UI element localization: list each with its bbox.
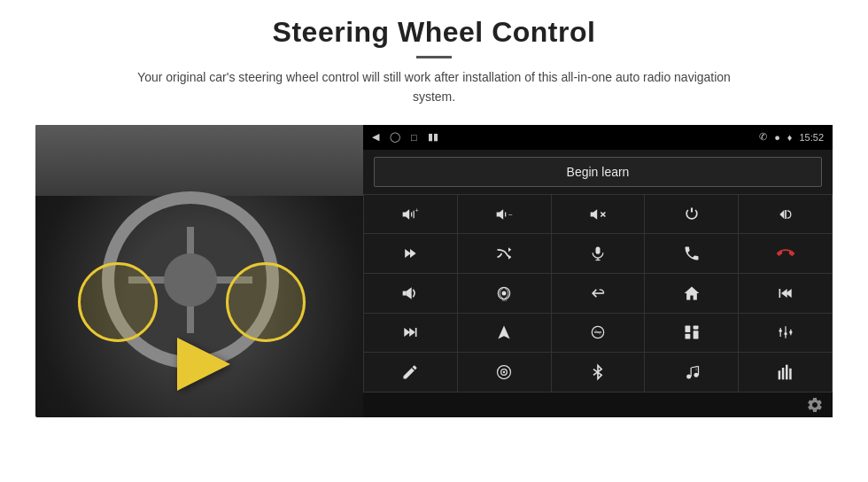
eq-button[interactable] bbox=[552, 314, 645, 353]
android-panel: ◀ ◯ □ ▮▮ ✆ ● ♦ 15:52 Begin learn bbox=[363, 125, 833, 417]
square-icon[interactable]: □ bbox=[411, 132, 417, 143]
status-bar-left: ◀ ◯ □ ▮▮ bbox=[372, 131, 438, 143]
svg-rect-35 bbox=[685, 326, 690, 333]
svg-rect-27 bbox=[779, 289, 780, 298]
vol-down-button[interactable]: − bbox=[458, 195, 551, 234]
svg-point-47 bbox=[503, 371, 506, 374]
svg-text:360°: 360° bbox=[502, 299, 509, 302]
horn-button[interactable] bbox=[364, 274, 457, 313]
wifi-icon: ♦ bbox=[787, 132, 793, 143]
svg-marker-20 bbox=[407, 287, 412, 299]
svg-marker-29 bbox=[410, 328, 416, 337]
svg-point-44 bbox=[789, 331, 792, 334]
svg-rect-11 bbox=[785, 210, 787, 219]
camera-360-button[interactable]: 360° bbox=[458, 274, 551, 313]
svg-marker-14 bbox=[508, 255, 511, 260]
svg-rect-36 bbox=[685, 334, 690, 339]
status-bar-right: ✆ ● ♦ 15:52 bbox=[759, 131, 824, 143]
begin-learn-area: Begin learn bbox=[363, 150, 833, 194]
location-icon: ● bbox=[774, 132, 780, 143]
back-button[interactable] bbox=[552, 274, 645, 313]
content-area: ◀ ◯ □ ▮▮ ✆ ● ♦ 15:52 Begin learn bbox=[35, 125, 833, 417]
highlight-circle-left bbox=[78, 262, 158, 342]
svg-point-22 bbox=[502, 291, 507, 295]
svg-point-49 bbox=[694, 373, 698, 377]
svg-point-42 bbox=[779, 330, 781, 332]
svg-rect-19 bbox=[403, 291, 407, 295]
home-pill-icon[interactable]: ◯ bbox=[390, 131, 400, 143]
steering-bg bbox=[35, 125, 363, 417]
svg-text:+: + bbox=[415, 207, 419, 214]
svg-rect-16 bbox=[595, 247, 600, 254]
navigate-button[interactable] bbox=[458, 314, 551, 353]
phone-button[interactable] bbox=[645, 234, 738, 273]
svg-marker-12 bbox=[406, 249, 412, 258]
svg-marker-13 bbox=[410, 249, 416, 258]
power-button[interactable] bbox=[645, 195, 738, 234]
arrow-shape bbox=[177, 338, 230, 391]
shuffle-button[interactable] bbox=[458, 234, 551, 273]
svg-rect-37 bbox=[693, 326, 698, 330]
hang-up-button[interactable] bbox=[739, 234, 832, 273]
music-button[interactable]: ♫ bbox=[645, 353, 738, 392]
title-divider bbox=[416, 56, 452, 58]
back-arrow-icon[interactable]: ◀ bbox=[372, 131, 379, 143]
svg-marker-10 bbox=[779, 210, 784, 219]
gear-icon[interactable] bbox=[806, 396, 824, 414]
home-button[interactable] bbox=[645, 274, 738, 313]
svg-text:♫: ♫ bbox=[694, 366, 697, 370]
prev-tel-button[interactable] bbox=[739, 195, 832, 234]
svg-marker-15 bbox=[508, 248, 511, 253]
svg-text:−: − bbox=[508, 209, 513, 218]
highlight-circle-right bbox=[226, 262, 306, 342]
vol-up-button[interactable]: + bbox=[364, 195, 457, 234]
dashboard-bg bbox=[35, 125, 363, 196]
svg-marker-4 bbox=[497, 209, 504, 220]
record-button[interactable] bbox=[645, 314, 738, 353]
steering-wheel-center bbox=[164, 253, 217, 307]
prev-chapter-button[interactable] bbox=[739, 274, 832, 313]
svg-marker-24 bbox=[684, 286, 699, 299]
subtitle-text: Your original car's steering wheel contr… bbox=[115, 67, 753, 107]
begin-learn-button[interactable]: Begin learn bbox=[374, 157, 822, 187]
svg-rect-56 bbox=[786, 365, 788, 380]
svg-point-48 bbox=[686, 374, 691, 378]
equalizer-bars-button[interactable] bbox=[739, 353, 832, 392]
audio-settings-button[interactable] bbox=[739, 314, 832, 353]
svg-marker-28 bbox=[405, 328, 411, 337]
svg-rect-55 bbox=[781, 368, 784, 379]
controls-grid: + − bbox=[363, 194, 833, 393]
bluetooth-button[interactable] bbox=[552, 353, 645, 392]
title-section: Steering Wheel Control Your original car… bbox=[115, 16, 753, 107]
phone-status-icon: ✆ bbox=[759, 131, 767, 143]
fast-fwd-button[interactable] bbox=[364, 314, 457, 353]
svg-rect-57 bbox=[789, 369, 792, 380]
svg-rect-38 bbox=[693, 331, 698, 339]
time-display: 15:52 bbox=[799, 132, 824, 143]
page-wrapper: Steering Wheel Control Your original car… bbox=[0, 0, 868, 482]
svg-marker-0 bbox=[403, 209, 410, 220]
svg-marker-31 bbox=[499, 326, 510, 339]
svg-marker-7 bbox=[591, 209, 598, 220]
mute-button[interactable] bbox=[552, 195, 645, 234]
microphone-button[interactable] bbox=[552, 234, 645, 273]
edit-button[interactable] bbox=[364, 353, 457, 392]
steering-wheel-image bbox=[35, 125, 363, 417]
page-title: Steering Wheel Control bbox=[115, 16, 753, 49]
arrow-indicator bbox=[177, 338, 230, 391]
settings-area bbox=[363, 393, 833, 417]
status-bar: ◀ ◯ □ ▮▮ ✆ ● ♦ 15:52 bbox=[363, 125, 833, 150]
target-button[interactable] bbox=[458, 353, 551, 392]
svg-point-43 bbox=[784, 332, 787, 335]
svg-rect-30 bbox=[415, 328, 417, 337]
next-track-button[interactable] bbox=[364, 234, 457, 273]
signal-icon: ▮▮ bbox=[428, 131, 438, 143]
svg-rect-54 bbox=[778, 370, 780, 379]
